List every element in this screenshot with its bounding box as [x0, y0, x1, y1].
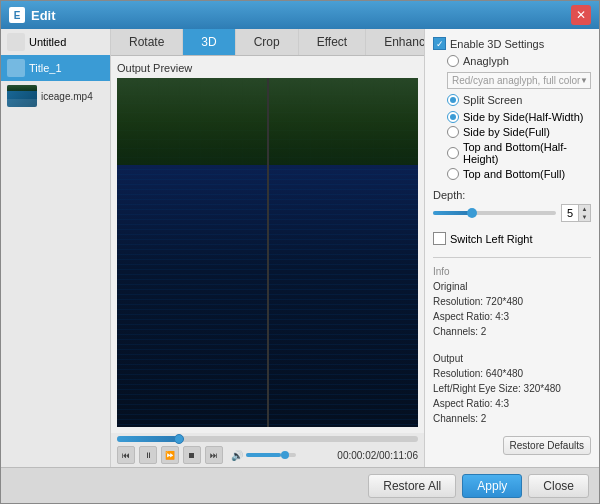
pause-button[interactable]: ⏸	[139, 446, 157, 464]
output-resolution: Resolution: 640*480	[433, 366, 591, 381]
play-start-button[interactable]: ⏮	[117, 446, 135, 464]
app-icon: E	[9, 7, 25, 23]
split-radio-3[interactable]	[447, 168, 459, 180]
split-label-0: Side by Side(Half-Width)	[463, 111, 583, 123]
original-resolution: Resolution: 720*480	[433, 294, 591, 309]
right-panel: Enable 3D Settings Anaglyph Red/cyan ana…	[424, 29, 599, 467]
split-screen-row: Split Screen	[433, 94, 591, 106]
depth-section: Depth: 5 ▲ ▼	[433, 189, 591, 222]
apply-button[interactable]: Apply	[462, 474, 522, 498]
item-icon	[7, 33, 25, 51]
restore-all-button[interactable]: Restore All	[368, 474, 456, 498]
preview-label: Output Preview	[117, 62, 418, 74]
preview-area: Output Preview	[111, 56, 424, 433]
depth-down-button[interactable]: ▼	[578, 213, 590, 221]
depth-label: Depth:	[433, 189, 591, 201]
info-section: Info Original Resolution: 720*480 Aspect…	[433, 266, 591, 426]
depth-slider-handle[interactable]	[467, 208, 477, 218]
volume-handle[interactable]	[281, 451, 289, 459]
switch-left-right-label: Switch Left Right	[450, 233, 533, 245]
dropdown-arrow-icon: ▼	[580, 76, 588, 85]
sidebar-file-iceage[interactable]: iceage.mp4	[1, 81, 110, 111]
time-total: 00:11:06	[379, 450, 418, 461]
split-options: Side by Side(Half-Width) Side by Side(Fu…	[433, 111, 591, 183]
switch-left-right-checkbox[interactable]	[433, 232, 446, 245]
volume-container: 🔊	[231, 450, 296, 461]
depth-slider[interactable]	[433, 211, 556, 215]
player-controls: ⏮ ⏸ ⏩ ⏹ ⏭ 🔊 00:00:02/00:11:06	[111, 433, 424, 467]
time-display: 00:00:02/00:11:06	[337, 450, 418, 461]
original-channels: Channels: 2	[433, 324, 591, 339]
split-option-0: Side by Side(Half-Width)	[447, 111, 591, 123]
close-button[interactable]: ✕	[571, 5, 591, 25]
time-current: 00:00:02	[337, 450, 376, 461]
original-aspect: Aspect Ratio: 4:3	[433, 309, 591, 324]
tabs-bar: Rotate 3D Crop Effect Enhance Watermark	[111, 29, 424, 56]
sidebar-item-label-untitled: Untitled	[29, 36, 66, 48]
split-label-2: Top and Bottom(Half-Height)	[463, 141, 591, 165]
center-area: Rotate 3D Crop Effect Enhance Watermark …	[111, 29, 424, 467]
anaglyph-label: Anaglyph	[463, 55, 509, 67]
video-preview	[117, 78, 418, 427]
progress-handle[interactable]	[174, 434, 184, 444]
tab-3d[interactable]: 3D	[183, 29, 235, 55]
video-left-half	[117, 78, 269, 427]
split-radio-0[interactable]	[447, 111, 459, 123]
depth-slider-fill	[433, 211, 470, 215]
fast-forward-button[interactable]: ⏩	[161, 446, 179, 464]
sidebar-item-untitled[interactable]: Untitled	[1, 29, 110, 55]
split-radio-2[interactable]	[447, 147, 459, 159]
volume-icon: 🔊	[231, 450, 243, 461]
split-screen-label: Split Screen	[463, 94, 522, 106]
anaglyph-radio[interactable]	[447, 55, 459, 67]
restore-defaults-button[interactable]: Restore Defaults	[503, 436, 591, 455]
enable-3d-row: Enable 3D Settings	[433, 37, 591, 50]
depth-up-button[interactable]: ▲	[578, 205, 590, 213]
stop-button[interactable]: ⏹	[183, 446, 201, 464]
volume-bar[interactable]	[246, 453, 296, 457]
next-button[interactable]: ⏭	[205, 446, 223, 464]
video-top-left	[117, 78, 267, 165]
divider-1	[433, 257, 591, 258]
progress-fill	[117, 436, 177, 442]
title-bar: E Edit ✕	[1, 1, 599, 29]
tab-effect[interactable]: Effect	[299, 29, 366, 55]
switch-left-right-row: Switch Left Right	[433, 232, 591, 245]
anaglyph-select[interactable]: Red/cyan anaglyph, full color	[447, 72, 591, 89]
sidebar-item-title1[interactable]: Title_1	[1, 55, 110, 81]
anaglyph-row: Anaglyph	[433, 55, 591, 67]
video-right-half	[269, 78, 419, 427]
enable-3d-label: Enable 3D Settings	[450, 38, 544, 50]
split-label-3: Top and Bottom(Full)	[463, 168, 565, 180]
enable-3d-checkbox[interactable]	[433, 37, 446, 50]
split-option-2: Top and Bottom(Half-Height)	[447, 141, 591, 165]
controls-row: ⏮ ⏸ ⏩ ⏹ ⏭ 🔊 00:00:02/00:11:06	[117, 446, 418, 464]
split-screen-radio[interactable]	[447, 94, 459, 106]
tab-crop[interactable]: Crop	[236, 29, 299, 55]
progress-bar[interactable]	[117, 436, 418, 442]
item-icon-title1	[7, 59, 25, 77]
info-title: Info	[433, 266, 591, 277]
tab-rotate[interactable]: Rotate	[111, 29, 183, 55]
window-title: Edit	[31, 8, 571, 23]
bottom-bar: Restore All Apply Close	[1, 467, 599, 503]
split-option-1: Side by Side(Full)	[447, 126, 591, 138]
depth-value: 5	[562, 206, 578, 220]
video-water-right	[269, 165, 419, 427]
depth-value-container: 5 ▲ ▼	[561, 204, 591, 222]
split-option-3: Top and Bottom(Full)	[447, 168, 591, 180]
video-content	[117, 78, 418, 427]
split-radio-1[interactable]	[447, 126, 459, 138]
original-label: Original	[433, 279, 591, 294]
close-button-bottom[interactable]: Close	[528, 474, 589, 498]
anaglyph-dropdown-row: Red/cyan anaglyph, full color ▼	[433, 72, 591, 89]
file-thumbnail	[7, 85, 37, 107]
tab-enhance[interactable]: Enhance	[366, 29, 424, 55]
video-water-left	[117, 165, 267, 427]
output-aspect: Aspect Ratio: 4:3	[433, 396, 591, 411]
depth-row: 5 ▲ ▼	[433, 204, 591, 222]
main-content: Untitled Title_1 iceage.mp4 Rotate 3D Cr…	[1, 29, 599, 467]
output-label: Output	[433, 351, 591, 366]
volume-fill	[246, 453, 281, 457]
output-channels: Channels: 2	[433, 411, 591, 426]
